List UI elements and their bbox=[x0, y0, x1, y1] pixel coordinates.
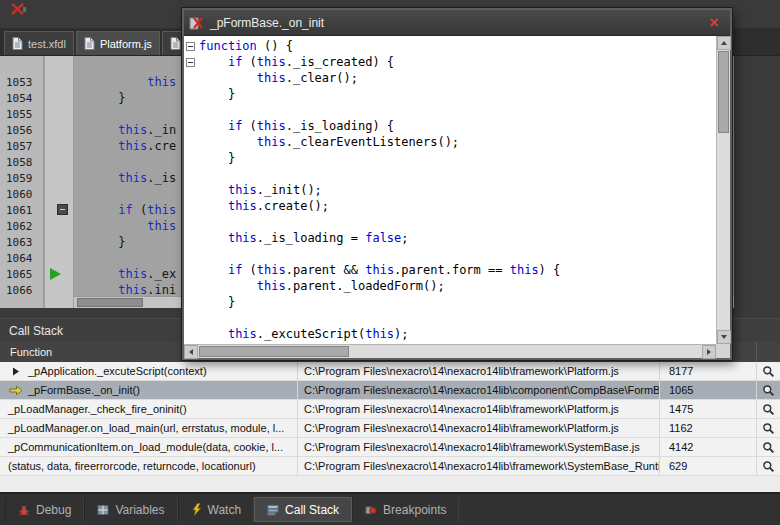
popup-title: _pFormBase._on_init bbox=[210, 16, 324, 30]
scroll-left-button[interactable] bbox=[184, 345, 198, 359]
path-cell: C:\Program Files\nexacro\14\nexacro14lib… bbox=[298, 381, 660, 399]
path-cell: C:\Program Files\nexacro\14\nexacro14lib… bbox=[298, 438, 660, 456]
line-number-cell: 1475 bbox=[660, 400, 757, 418]
line-number: 1055 bbox=[0, 108, 45, 121]
tab-label: Platform.js bbox=[100, 38, 152, 50]
breakpoints-icon bbox=[365, 504, 377, 516]
magnifier-button[interactable] bbox=[757, 362, 780, 380]
function-name: (status, data, fireerrorcode, returncode… bbox=[8, 460, 256, 472]
scroll-down-button[interactable] bbox=[717, 330, 731, 344]
grid-rows: _pApplication._excuteScript(context)C:\P… bbox=[0, 362, 780, 476]
fold-marker-icon[interactable] bbox=[186, 58, 195, 67]
function-name: _pCommunicationItem.on_load_module(data,… bbox=[8, 441, 283, 453]
scroll-right-button[interactable] bbox=[702, 345, 716, 359]
vertical-scrollbar[interactable] bbox=[716, 36, 730, 344]
marker-gutter-cell[interactable] bbox=[45, 186, 75, 202]
panel-tab-variables[interactable]: Variables bbox=[84, 497, 177, 522]
editor-tab-platform-js[interactable]: Platform.js bbox=[76, 31, 160, 55]
popup-titlebar[interactable]: _pFormBase._on_init × bbox=[184, 10, 730, 36]
close-button[interactable]: × bbox=[703, 14, 725, 32]
line-number: 1061 bbox=[0, 204, 45, 217]
marker-gutter-cell[interactable] bbox=[45, 202, 75, 218]
popup-code-line bbox=[199, 215, 715, 231]
scrollbar-thumb[interactable] bbox=[199, 346, 349, 357]
marker-gutter-cell[interactable] bbox=[45, 154, 75, 170]
code-text: this.cre bbox=[75, 139, 176, 153]
marker-gutter-cell[interactable] bbox=[45, 74, 75, 90]
marker-gutter-cell[interactable] bbox=[45, 138, 75, 154]
line-number: 1058 bbox=[0, 156, 45, 169]
marker-gutter-cell[interactable] bbox=[45, 218, 75, 234]
magnifier-button[interactable] bbox=[757, 400, 780, 418]
function-cell: _pFormBase._on_init() bbox=[0, 381, 298, 399]
popup-code-line: } bbox=[199, 87, 715, 103]
debug-icon bbox=[18, 504, 30, 516]
panel-tab-call-stack[interactable]: Call Stack bbox=[254, 497, 352, 522]
callstack-row[interactable]: _pLoadManager._check_fire_oninit()C:\Pro… bbox=[0, 400, 780, 419]
panel-tabs: DebugVariablesWatchCall StackBreakpoints bbox=[5, 497, 459, 522]
popup-code-lines: function () { if (this._is_created) { th… bbox=[199, 39, 715, 343]
callstack-row[interactable]: _pFormBase._on_init()C:\Program Files\ne… bbox=[0, 381, 780, 400]
popup-code-line: if (this._is_loading) { bbox=[199, 119, 715, 135]
marker-gutter-cell[interactable] bbox=[45, 106, 75, 122]
scrollbar-thumb[interactable] bbox=[77, 298, 143, 307]
panel-tab-breakpoints[interactable]: Breakpoints bbox=[352, 497, 459, 522]
marker-gutter-cell[interactable] bbox=[45, 282, 75, 298]
callstack-row[interactable]: _pCommunicationItem.on_load_module(data,… bbox=[0, 438, 780, 457]
marker-gutter-cell[interactable] bbox=[45, 234, 75, 250]
popup-code-area[interactable]: function () { if (this._is_created) { th… bbox=[184, 36, 730, 358]
function-cell: _pCommunicationItem.on_load_module(data,… bbox=[0, 438, 298, 456]
scroll-up-button[interactable] bbox=[717, 36, 731, 50]
scrollbar-thumb[interactable] bbox=[718, 51, 729, 133]
horizontal-scrollbar[interactable] bbox=[184, 344, 716, 358]
popup-code-line: this._clear(); bbox=[199, 71, 715, 87]
document-icon bbox=[170, 37, 181, 50]
expand-arrow-icon[interactable] bbox=[8, 367, 23, 376]
function-cell: _pLoadManager._check_fire_oninit() bbox=[0, 400, 298, 418]
popup-code-line bbox=[199, 167, 715, 183]
marker-gutter-cell[interactable] bbox=[45, 170, 75, 186]
panel-tab-watch[interactable]: Watch bbox=[178, 497, 255, 522]
magnifier-button[interactable] bbox=[757, 381, 780, 399]
function-name: _pApplication._excuteScript(context) bbox=[28, 365, 207, 377]
marker-gutter-cell[interactable] bbox=[45, 122, 75, 138]
function-cell: (status, data, fireerrorcode, returncode… bbox=[0, 457, 298, 475]
line-number: 1062 bbox=[0, 220, 45, 233]
code-text: } bbox=[75, 235, 126, 249]
function-name: _pFormBase._on_init() bbox=[28, 384, 140, 396]
code-text: } bbox=[75, 91, 126, 105]
function-name: _pLoadManager._check_fire_oninit() bbox=[8, 403, 187, 415]
callstack-row[interactable]: _pApplication._excuteScript(context)C:\P… bbox=[0, 362, 780, 381]
marker-gutter-cell[interactable] bbox=[45, 250, 75, 266]
callstack-row[interactable]: _pLoadManager.on_load_main(url, errstatu… bbox=[0, 419, 780, 438]
magnifier-button[interactable] bbox=[757, 419, 780, 437]
popup-window: _pFormBase._on_init × function () { if (… bbox=[182, 8, 732, 360]
toolbar-debug-icon[interactable] bbox=[10, 2, 28, 16]
document-icon bbox=[12, 37, 23, 50]
popup-script-icon bbox=[189, 16, 204, 30]
line-number: 1060 bbox=[0, 188, 45, 201]
fold-marker-icon[interactable] bbox=[186, 42, 195, 51]
marker-gutter-cell[interactable] bbox=[45, 90, 75, 106]
debugger-window: { "colors": { "keyword_blue": "#0008c8",… bbox=[0, 0, 780, 525]
popup-code-line: this.create(); bbox=[199, 199, 715, 215]
marker-gutter-cell[interactable] bbox=[45, 266, 75, 282]
magnifier-button[interactable] bbox=[757, 457, 780, 475]
path-cell: C:\Program Files\nexacro\14\nexacro14lib… bbox=[298, 362, 660, 380]
code-text: if (this bbox=[75, 203, 176, 217]
magnifier-button[interactable] bbox=[757, 438, 780, 456]
popup-code-line: this.parent._loadedForm(); bbox=[199, 279, 715, 295]
editor-tab-test-xfdl[interactable]: test.xfdl bbox=[4, 31, 74, 55]
fold-marker-icon[interactable] bbox=[57, 204, 68, 215]
line-number-cell: 4142 bbox=[660, 438, 757, 456]
current-frame-arrow-icon bbox=[8, 385, 23, 396]
tab-label: Breakpoints bbox=[383, 503, 446, 517]
popup-code-line: function () { bbox=[199, 39, 715, 55]
line-number: 1056 bbox=[0, 124, 45, 137]
tab-label: Call Stack bbox=[285, 503, 339, 517]
popup-code-line bbox=[199, 311, 715, 327]
tab-label: Watch bbox=[208, 503, 242, 517]
path-cell: C:\Program Files\nexacro\14\nexacro14lib… bbox=[298, 419, 660, 437]
panel-tab-debug[interactable]: Debug bbox=[5, 497, 84, 522]
callstack-row[interactable]: (status, data, fireerrorcode, returncode… bbox=[0, 457, 780, 476]
